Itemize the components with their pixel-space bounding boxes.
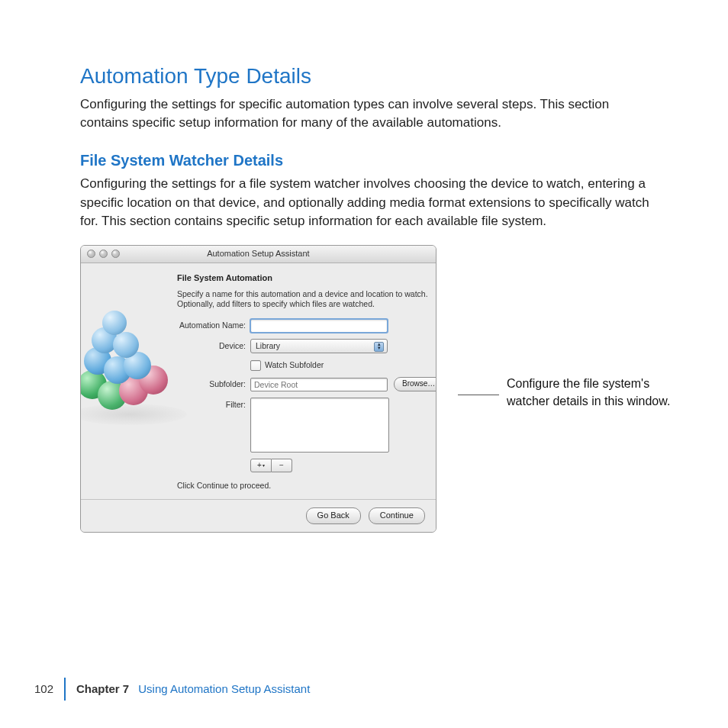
zoom-icon[interactable] — [111, 250, 120, 258]
watch-subfolder-label: Watch Subfolder — [265, 359, 324, 371]
dropdown-indicator-icon: ▾ — [263, 460, 265, 471]
minimize-icon[interactable] — [99, 250, 108, 258]
continue-button[interactable]: Continue — [369, 507, 425, 524]
subsection-intro: Configuring the settings for a file syst… — [80, 175, 660, 231]
select-arrows-icon: ▴▾ — [375, 342, 382, 350]
device-select-value: Library — [256, 340, 280, 352]
device-select[interactable]: Library ▴▾ — [250, 339, 388, 353]
panel-instructions: Specify a name for this automation and a… — [177, 289, 436, 310]
remove-filter-button[interactable]: − — [272, 459, 292, 472]
window-titlebar: Automation Setup Assistant — [81, 246, 436, 263]
callout-leader-line — [458, 395, 499, 395]
page-footer: 102 Chapter 7 Using Automation Setup Ass… — [34, 678, 310, 701]
callout-text: Configure the file system's watcher deta… — [507, 375, 682, 410]
window-title: Automation Setup Assistant — [81, 248, 436, 260]
section-title: Automation Type Details — [80, 61, 682, 92]
automation-name-label: Automation Name: — [177, 320, 250, 331]
watch-subfolder-checkbox[interactable] — [250, 360, 261, 371]
go-back-button[interactable]: Go Back — [306, 507, 361, 524]
device-label: Device: — [177, 340, 250, 352]
plus-icon: + — [257, 460, 262, 471]
footer-divider — [64, 678, 66, 701]
filter-list[interactable] — [250, 398, 389, 453]
continue-hint: Click Continue to proceed. — [177, 480, 436, 491]
automation-name-input[interactable] — [250, 319, 388, 333]
section-intro: Configuring the settings for specific au… — [80, 95, 660, 133]
subfolder-input[interactable] — [250, 378, 388, 391]
chapter-label: Chapter 7 — [76, 681, 129, 697]
filter-label: Filter: — [177, 398, 250, 411]
subfolder-label: Subfolder: — [177, 378, 250, 390]
chapter-title: Using Automation Setup Assistant — [138, 681, 310, 697]
assistant-window: Automation Setup Assistant — [80, 245, 436, 533]
close-icon[interactable] — [87, 250, 95, 258]
add-filter-button[interactable]: +▾ — [250, 459, 272, 472]
panel-title: File System Automation — [177, 272, 436, 285]
browse-button[interactable]: Browse… — [394, 377, 436, 391]
assistant-artwork — [92, 285, 168, 453]
page-number: 102 — [34, 681, 53, 697]
subsection-title: File System Watcher Details — [80, 150, 682, 172]
